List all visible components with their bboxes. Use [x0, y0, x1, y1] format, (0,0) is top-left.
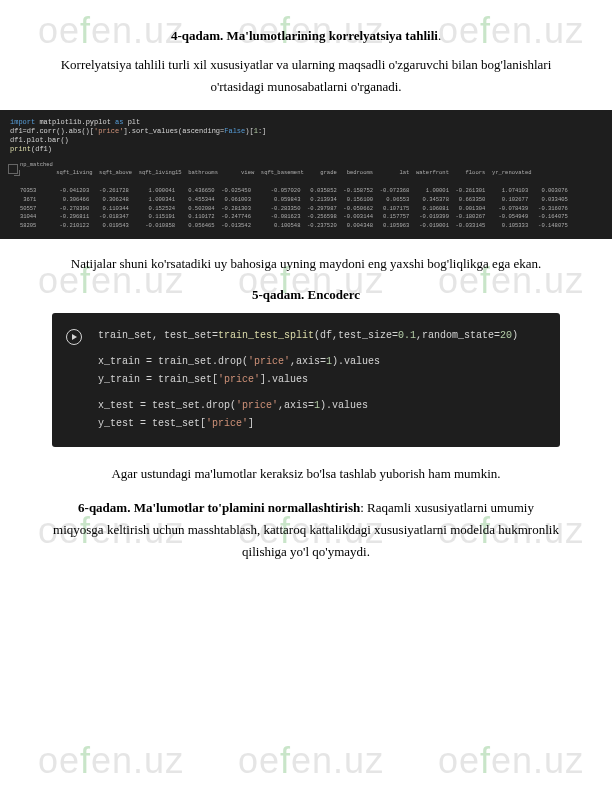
- step5-title: 5-qadam. Encoderc: [252, 287, 360, 302]
- code-block-correlation: import matplotlib.pyplot as plt df1=df.c…: [0, 110, 612, 239]
- code-line: df1=df.corr().abs()['price'].sort_values…: [10, 127, 602, 136]
- watermark: oefen.uz: [438, 740, 584, 782]
- watermark: oefen.uz: [38, 740, 184, 782]
- after-code2-paragraph: Agar ustundagi ma'lumotlar keraksiz bo'l…: [52, 463, 560, 485]
- correlation-output-table: np_matched sqft_living sqft_above sqft_l…: [10, 161, 602, 231]
- step4-title-bold: 4-qadam. Ma'lumotlarining korrelyatsiya …: [171, 28, 438, 43]
- step4-title-after: .: [438, 28, 441, 43]
- results-paragraph: Natijalar shuni ko'rsatadiki uy bahosiga…: [52, 253, 560, 275]
- step6-title-bold: 6-qadam. Ma'lumotlar to'plamini normalla…: [78, 500, 360, 515]
- output-marker-icon: [8, 164, 18, 174]
- code-line: y_test = test_set['price']: [98, 415, 542, 433]
- code-line: import matplotlib.pyplot as plt: [10, 118, 602, 127]
- code-line: df1.plot.bar(): [10, 136, 602, 145]
- code-line: train_set, test_set=train_test_split(df,…: [98, 327, 542, 345]
- step5-heading: 5-qadam. Encoderc: [52, 287, 560, 303]
- code-line: print(df1): [10, 145, 602, 154]
- document-body: 4-qadam. Ma'lumotlarining korrelyatsiya …: [0, 0, 612, 595]
- step4-heading: 4-qadam. Ma'lumotlarining korrelyatsiya …: [52, 28, 560, 44]
- code-line: y_train = train_set['price'].values: [98, 371, 542, 389]
- watermark: oefen.uz: [238, 740, 384, 782]
- step4-paragraph: Korrelyatsiya tahlili turli xil xususiya…: [52, 54, 560, 98]
- play-icon[interactable]: [66, 329, 82, 345]
- code-line: x_train = train_set.drop('price',axis=1)…: [98, 353, 542, 371]
- code-block-split: train_set, test_set=train_test_split(df,…: [52, 313, 560, 447]
- code-line: x_test = test_set.drop('price',axis=1).v…: [98, 397, 542, 415]
- step6-paragraph: 6-qadam. Ma'lumotlar to'plamini normalla…: [52, 497, 560, 563]
